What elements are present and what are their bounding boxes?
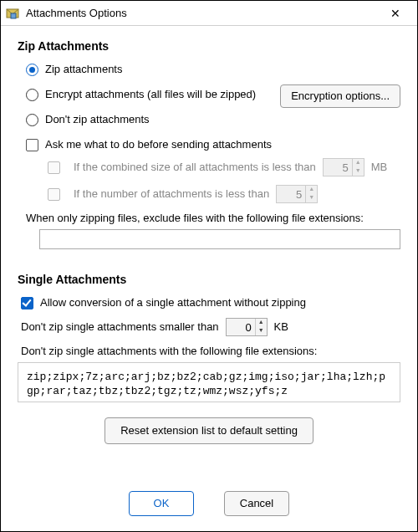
smaller-than-row: Don't zip single attachments smaller tha… [18, 318, 400, 336]
zip-option-zip-label: Zip attachments [45, 63, 123, 76]
radio-icon [26, 89, 38, 101]
zip-option-dont[interactable]: Don't zip attachments [18, 113, 400, 126]
close-button[interactable]: ✕ [379, 2, 412, 25]
spinner-up-icon[interactable]: ▲ [256, 319, 267, 327]
checkbox-icon [26, 139, 38, 151]
checkbox-icon [21, 297, 33, 309]
ask-count-row: If the number of attachments is less tha… [18, 185, 400, 203]
spinner-up-icon: ▲ [306, 186, 317, 194]
checkbox-icon [48, 188, 60, 201]
allow-conversion-label: Allow conversion of a single attachment … [40, 296, 306, 309]
ask-count-label: If the number of attachments is less tha… [74, 187, 269, 201]
encryption-options-button[interactable]: Encryption options... [280, 84, 400, 108]
ask-count-value: 5 [277, 188, 305, 201]
zip-option-encrypt-label: Encrypt attachments (all files will be z… [45, 88, 256, 101]
ask-size-spinner: 5 ▲▼ [323, 158, 364, 176]
cancel-button[interactable]: Cancel [224, 491, 289, 516]
zip-option-encrypt[interactable]: Encrypt attachments (all files will be z… [18, 88, 400, 101]
zip-section-title: Zip Attachments [18, 39, 400, 53]
app-icon [6, 7, 21, 20]
svg-rect-1 [11, 13, 16, 18]
exclude-ext-label: When only zipping files, exclude files w… [26, 212, 400, 224]
dialog-content: Zip Attachments Zip attachments Encrypt … [1, 26, 417, 444]
checkbox-icon [48, 161, 60, 174]
titlebar: Attachments Options ✕ [1, 1, 417, 26]
spinner-down-icon[interactable]: ▼ [256, 327, 267, 335]
single-section-title: Single Attachments [18, 273, 400, 286]
zip-option-dont-label: Don't zip attachments [45, 113, 150, 126]
exclude-ext-input[interactable] [39, 229, 400, 249]
reset-extensions-button[interactable]: Reset extension list to default setting [104, 417, 314, 444]
single-ext-input[interactable]: zip;zipx;7z;arc;arj;bz;bz2;cab;gz;img;is… [18, 362, 400, 402]
ask-size-value: 5 [324, 161, 352, 174]
dialog-footer: OK Cancel [1, 491, 417, 516]
smaller-than-spinner[interactable]: 0 ▲▼ [226, 318, 268, 336]
radio-icon [26, 114, 38, 126]
ask-before-sending[interactable]: Ask me what to do before sending attachm… [18, 138, 400, 151]
spinner-down-icon: ▼ [353, 167, 364, 176]
ok-button[interactable]: OK [129, 491, 194, 516]
ask-before-sending-label: Ask me what to do before sending attachm… [45, 138, 272, 151]
ask-size-row: If the combined size of all attachments … [18, 158, 400, 176]
ask-size-label: If the combined size of all attachments … [74, 161, 316, 174]
zip-option-zip[interactable]: Zip attachments [18, 63, 400, 76]
single-ext-label: Don't zip single attachments with the fo… [21, 345, 400, 357]
window-title: Attachments Options [26, 7, 379, 19]
ask-count-spinner: 5 ▲▼ [276, 185, 318, 203]
smaller-than-label: Don't zip single attachments smaller tha… [21, 320, 219, 334]
allow-conversion[interactable]: Allow conversion of a single attachment … [18, 296, 400, 309]
smaller-than-value: 0 [227, 321, 255, 334]
smaller-than-unit: KB [274, 320, 288, 334]
spinner-up-icon: ▲ [353, 159, 364, 167]
spinner-down-icon: ▼ [306, 194, 317, 202]
radio-icon [26, 64, 38, 76]
ask-size-unit: MB [371, 161, 388, 174]
